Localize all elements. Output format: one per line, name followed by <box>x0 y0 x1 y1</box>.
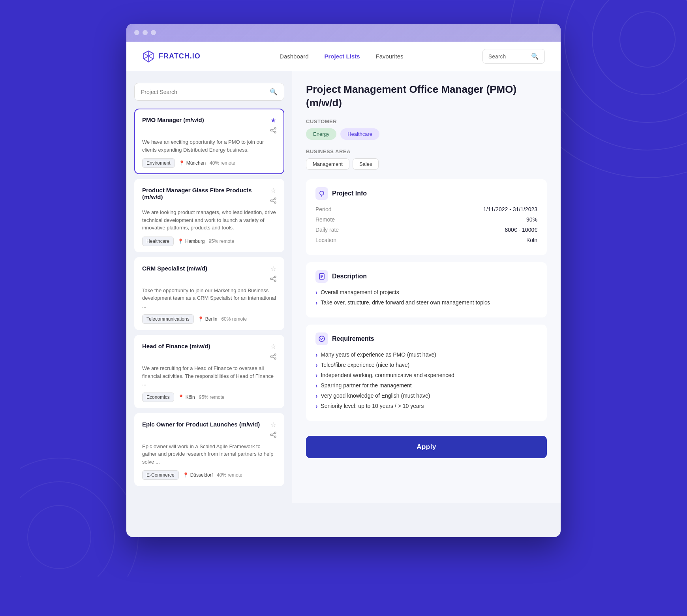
customer-label: Customer <box>306 118 547 124</box>
project-search-box: 🔍 <box>134 83 284 101</box>
navbar: FRATCH.IO Dashboard Project Lists Favour… <box>126 42 561 71</box>
svg-point-19 <box>274 202 276 203</box>
svg-point-27 <box>274 354 276 355</box>
job-card-3[interactable]: CRM Specialist (m/w/d) ☆ <box>134 257 284 331</box>
nav-project-lists[interactable]: Project Lists <box>324 53 360 60</box>
requirements-title: Requirements <box>332 335 374 342</box>
info-daily-rate-label: Daily rate <box>315 227 339 233</box>
nav-favourites[interactable]: Favourites <box>376 53 404 60</box>
nav-search-input[interactable] <box>488 53 528 60</box>
job-card-3-desc: Take the opportunity to join our Marketi… <box>142 287 276 310</box>
svg-point-3 <box>592 0 687 95</box>
job-card-2-desc: We are looking product managers, who lea… <box>142 208 276 232</box>
job-card-5-share[interactable] <box>270 432 276 439</box>
customer-tags: Energy Healthcare <box>306 128 547 140</box>
pin-icon-5: 📍 <box>183 472 189 478</box>
job-card-1-share[interactable] <box>270 127 276 135</box>
job-card-3-title: CRM Specialist (m/w/d) <box>142 265 207 272</box>
job-card-2[interactable]: Product Manager Glass Fibre Products (m/… <box>134 179 284 252</box>
job-card-4-category-tag: Economics <box>142 393 174 402</box>
project-search-input[interactable] <box>141 89 266 95</box>
customer-tag-healthcare[interactable]: Healthcare <box>340 128 379 140</box>
job-card-1-remote: 40% remote <box>210 160 235 166</box>
svg-point-17 <box>274 198 276 199</box>
job-card-1-location: 📍 München <box>179 160 206 166</box>
svg-point-33 <box>270 434 272 436</box>
desc-item-1: Overall management of projects <box>315 289 537 296</box>
svg-line-30 <box>272 355 274 356</box>
info-location-value: Köln <box>526 237 537 243</box>
customer-tag-energy[interactable]: Energy <box>306 128 336 140</box>
svg-point-14 <box>274 131 276 133</box>
svg-line-35 <box>272 433 274 434</box>
job-card-3-remote: 60% remote <box>221 316 247 322</box>
job-card-1-title: PMO Manager (m/w/d) <box>142 116 204 123</box>
req-item-3: Independent working, communicative and e… <box>315 372 537 379</box>
job-card-1-tags: Enviroment 📍 München 40% remote <box>142 158 276 168</box>
svg-point-24 <box>274 280 276 282</box>
job-detail-title: Project Management Office Manager (PMO) … <box>306 83 547 110</box>
nav-dashboard[interactable]: Dashboard <box>280 53 308 60</box>
left-panel: 🔍 PMO Manager (m/w/d) ★ <box>126 71 292 503</box>
svg-line-16 <box>272 131 274 132</box>
job-card-4-location: 📍 Köln <box>178 394 195 400</box>
req-item-2: Telco/fibre experience (nice to have) <box>315 362 537 369</box>
job-card-2-actions: ☆ <box>270 187 276 205</box>
business-tag-sales: Sales <box>353 158 379 170</box>
description-title: Description <box>332 273 367 280</box>
logo: FRATCH.IO <box>142 50 201 63</box>
business-area-label: Business area <box>306 148 547 154</box>
job-card-3-share[interactable] <box>270 276 276 284</box>
job-card-5[interactable]: Epic Owner for Product Launches (m/w/d) … <box>134 413 284 486</box>
job-card-1-star[interactable]: ★ <box>270 116 276 124</box>
job-card-5-category-tag: E-Commerce <box>142 470 179 480</box>
job-card-4-actions: ☆ <box>270 343 276 361</box>
job-card-3-star[interactable]: ☆ <box>270 265 276 272</box>
job-card-5-actions: ☆ <box>270 421 276 439</box>
job-card-1-desc: We have an exciting opportunity for a PM… <box>142 138 276 154</box>
info-location-label: Location <box>315 237 336 243</box>
req-item-1: Many years of experience as PMO (must ha… <box>315 351 537 359</box>
job-card-5-star[interactable]: ☆ <box>270 421 276 428</box>
job-card-3-tags: Telecommunications 📍 Berlin 60% remote <box>142 314 276 324</box>
job-card-3-header: CRM Specialist (m/w/d) ☆ <box>142 265 276 284</box>
window-dot-yellow <box>143 30 148 35</box>
app-window: FRATCH.IO Dashboard Project Lists Favour… <box>126 24 561 537</box>
info-row-remote: Remote 90% <box>315 216 537 223</box>
req-item-6: Seniority level: up to 10 years / > 10 y… <box>315 403 537 410</box>
job-card-4-remote: 95% remote <box>199 394 225 400</box>
nav-search-icon: 🔍 <box>531 53 539 60</box>
job-card-4-share[interactable] <box>270 353 276 361</box>
right-panel: Project Management Office Manager (PMO) … <box>292 71 561 503</box>
info-remote-label: Remote <box>315 216 335 223</box>
job-card-2-star[interactable]: ☆ <box>270 187 276 194</box>
job-card-4-star[interactable]: ☆ <box>270 343 276 350</box>
description-header: Description <box>315 270 537 283</box>
svg-line-31 <box>272 357 274 358</box>
job-card-2-share[interactable] <box>270 197 276 205</box>
job-card-4[interactable]: Head of Finance (m/w/d) ☆ <box>134 335 284 408</box>
window-titlebar <box>126 24 561 42</box>
svg-point-37 <box>320 191 324 195</box>
window-dot-green <box>151 30 156 35</box>
svg-point-34 <box>274 436 276 438</box>
job-card-3-category-tag: Telecommunications <box>142 314 194 324</box>
job-card-1-actions: ★ <box>270 116 276 135</box>
apply-button[interactable]: Apply <box>306 436 547 458</box>
svg-line-21 <box>272 201 274 202</box>
info-row-daily-rate: Daily rate 800€ - 1000€ <box>315 227 537 233</box>
main-content: 🔍 PMO Manager (m/w/d) ★ <box>126 71 561 503</box>
pin-icon-2: 📍 <box>178 239 184 244</box>
job-card-1[interactable]: PMO Manager (m/w/d) ★ <box>134 109 284 174</box>
svg-point-4 <box>620 12 675 67</box>
svg-point-18 <box>270 200 272 201</box>
job-card-5-tags: E-Commerce 📍 Düsseldorf 40% remote <box>142 470 276 480</box>
svg-point-29 <box>274 358 276 359</box>
svg-point-13 <box>270 130 272 131</box>
window-dot-red <box>134 30 139 35</box>
job-card-2-header: Product Manager Glass Fibre Products (m/… <box>142 187 276 205</box>
info-period-label: Period <box>315 206 331 212</box>
pin-icon-3: 📍 <box>198 316 204 322</box>
svg-line-25 <box>272 277 274 278</box>
business-tags: Management Sales <box>306 158 547 170</box>
